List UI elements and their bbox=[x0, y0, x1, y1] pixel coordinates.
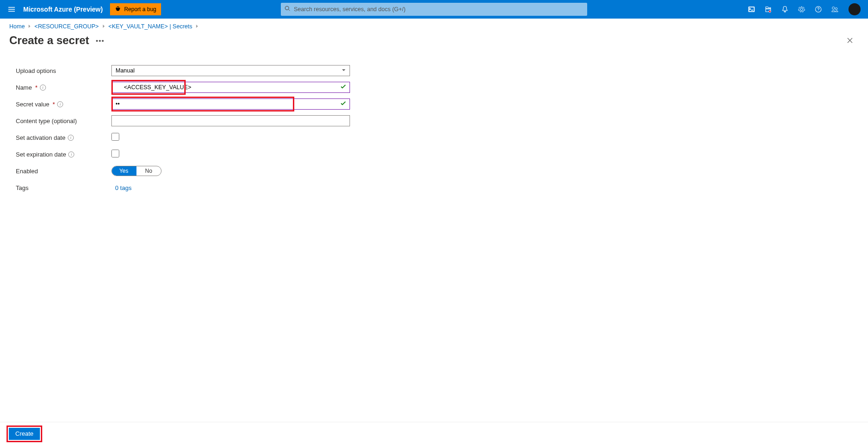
report-bug-label: Report a bug bbox=[124, 6, 156, 13]
feedback-icon[interactable] bbox=[827, 0, 843, 19]
crumb-home[interactable]: Home bbox=[9, 23, 25, 30]
tags-label: Tags bbox=[16, 184, 111, 191]
content-type-input[interactable] bbox=[111, 115, 350, 126]
info-icon[interactable]: i bbox=[68, 151, 74, 157]
help-icon[interactable] bbox=[810, 0, 826, 19]
cloud-shell-icon[interactable] bbox=[744, 0, 759, 19]
report-bug-button[interactable]: Report a bug bbox=[110, 3, 161, 15]
expiration-date-checkbox[interactable] bbox=[111, 150, 119, 157]
check-icon bbox=[340, 84, 346, 91]
top-bar: Microsoft Azure (Preview) Report a bug bbox=[0, 0, 868, 19]
hamburger-menu-icon[interactable] bbox=[5, 2, 19, 16]
check-icon bbox=[340, 100, 346, 108]
chevron-right-icon bbox=[195, 23, 199, 30]
more-actions-button[interactable]: ••• bbox=[96, 37, 104, 45]
search-input[interactable] bbox=[281, 3, 587, 16]
directories-icon[interactable] bbox=[760, 0, 776, 19]
search-icon bbox=[285, 6, 291, 13]
upload-options-select[interactable]: Manual bbox=[111, 65, 350, 76]
avatar[interactable] bbox=[849, 3, 861, 15]
name-label: Name* i bbox=[16, 84, 111, 91]
crumb-kv[interactable]: <KEY_VAULT_NAME> | Secrets bbox=[109, 23, 193, 30]
notifications-icon[interactable] bbox=[777, 0, 793, 19]
settings-gear-icon[interactable] bbox=[794, 0, 810, 19]
tags-link[interactable]: 0 tags bbox=[111, 184, 131, 191]
info-icon[interactable]: i bbox=[57, 101, 63, 107]
secret-value-input[interactable] bbox=[111, 98, 350, 110]
breadcrumb: Home <RESOURCE_GROUP> <KEY_VAULT_NAME> |… bbox=[0, 19, 868, 33]
search-container bbox=[281, 3, 587, 16]
svg-point-0 bbox=[769, 10, 771, 12]
expiration-date-label: Set expiration date i bbox=[16, 151, 111, 158]
enabled-toggle[interactable]: Yes No bbox=[111, 166, 162, 176]
info-icon[interactable]: i bbox=[68, 135, 74, 141]
toggle-no[interactable]: No bbox=[136, 166, 162, 176]
topbar-right bbox=[744, 0, 863, 19]
upload-options-label: Upload options bbox=[16, 67, 111, 74]
toggle-yes[interactable]: Yes bbox=[111, 166, 136, 176]
activation-date-label: Set activation date i bbox=[16, 134, 111, 141]
secret-value-label: Secret value* i bbox=[16, 101, 111, 108]
chevron-right-icon bbox=[102, 23, 106, 30]
brand-label[interactable]: Microsoft Azure (Preview) bbox=[23, 6, 103, 13]
crumb-rg[interactable]: <RESOURCE_GROUP> bbox=[34, 23, 98, 30]
title-row: Create a secret ••• bbox=[0, 33, 868, 52]
close-blade-button[interactable] bbox=[843, 33, 857, 47]
form: Upload options Manual Name* i Secret val… bbox=[0, 52, 381, 206]
page-title: Create a secret bbox=[9, 34, 89, 47]
name-input[interactable] bbox=[111, 82, 350, 93]
info-icon[interactable]: i bbox=[40, 85, 46, 91]
bug-icon bbox=[115, 6, 121, 13]
content-type-label: Content type (optional) bbox=[16, 118, 111, 124]
chevron-right-icon bbox=[27, 23, 32, 30]
enabled-label: Enabled bbox=[16, 168, 111, 175]
activation-date-checkbox[interactable] bbox=[111, 133, 119, 141]
